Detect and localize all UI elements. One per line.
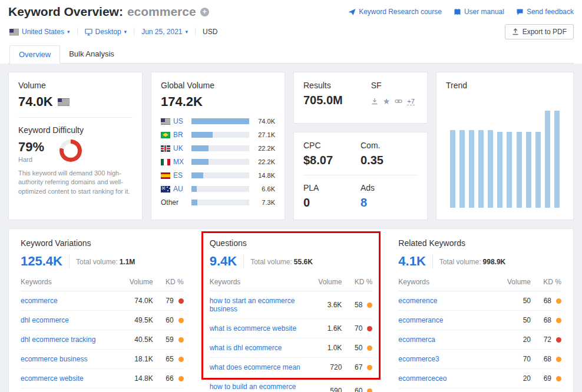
total-volume-label: Total volume: — [76, 258, 118, 266]
table-count-link[interactable]: 9.4K — [210, 254, 237, 269]
feedback-icon — [516, 8, 524, 16]
table-row: ecommerance5068 — [398, 311, 561, 330]
country-volume-bar — [191, 132, 249, 138]
keyword-link[interactable]: how to build an ecommerce website — [210, 383, 312, 392]
global-volume-row: MX22.2K — [161, 158, 275, 166]
country-link[interactable]: ES — [161, 171, 188, 180]
keyword-link[interactable]: ecommerca — [398, 335, 500, 344]
row-volume-value: 50 — [500, 316, 531, 324]
tab-bulk-analysis[interactable]: Bulk Analysis — [60, 45, 123, 63]
column-kd: KD % — [531, 278, 561, 286]
country-link[interactable]: US — [161, 117, 188, 125]
keyword-link[interactable]: dhl ecommerce tracking — [21, 335, 123, 344]
keyword-link[interactable]: how to start an ecommerce business — [210, 297, 312, 313]
kd-value: 50 — [355, 344, 362, 352]
keyword-link[interactable]: what is ecommerce website — [210, 324, 312, 333]
column-kd: KD % — [153, 278, 184, 286]
country-selector[interactable]: United States ▾ — [8, 28, 77, 36]
results-label: Results — [303, 81, 343, 90]
country-link[interactable]: UK — [161, 144, 188, 152]
keyword-link[interactable]: what is dhl ecommerce — [210, 344, 312, 352]
keyword-link[interactable]: ecommerance — [398, 316, 500, 324]
row-kd-cell: 60 — [153, 316, 184, 324]
keyword-link[interactable]: ecommerce — [21, 297, 123, 305]
row-volume-value: 18.1K — [123, 355, 153, 363]
trend-bar — [459, 130, 465, 208]
keyword-link[interactable]: ecomerence — [398, 297, 500, 305]
column-keywords: Keywords — [210, 278, 312, 286]
row-kd-cell: 70 — [342, 324, 372, 333]
country-volume-bar — [191, 200, 249, 205]
row-kd-cell: 72 — [531, 335, 561, 344]
ads-label: Ads — [361, 183, 418, 192]
table-row: ecommerca2072 — [398, 330, 561, 350]
competition-label: Com. — [361, 141, 418, 150]
send-feedback-link[interactable]: Send feedback — [516, 8, 574, 16]
kd-dot-icon — [178, 357, 184, 362]
table-questions: Questions9.4KTotal volume:55.6KKeywordsV… — [210, 238, 373, 392]
keyword-research-course-link[interactable]: Keyword Research course — [348, 8, 442, 16]
row-kd-cell: 79 — [153, 297, 184, 305]
row-kd-cell: 50 — [342, 344, 372, 352]
trend-bar — [554, 111, 560, 208]
country-link[interactable]: BR — [161, 131, 188, 139]
serp-features-more-link[interactable]: +7 — [407, 98, 415, 105]
ads-value-link[interactable]: 8 — [361, 196, 418, 210]
filter-bar: United States ▾ Desktop ▾ Jun 25, 2021 ▾… — [8, 28, 224, 36]
kd-description: This keyword will demand 300 high-author… — [18, 169, 133, 196]
user-manual-link[interactable]: User manual — [454, 8, 504, 16]
keyword-link[interactable]: ecommerce website — [21, 374, 123, 383]
row-kd-cell: 60 — [342, 387, 372, 392]
keyword-tables-card: Keyword Variations125.4KTotal volume:1.1… — [8, 228, 574, 392]
trend-bar — [469, 130, 474, 208]
table-count-link[interactable]: 125.4K — [21, 254, 62, 269]
export-to-pdf-button[interactable]: Export to PDF — [505, 24, 574, 39]
volume-label: Volume — [18, 81, 133, 90]
kd-value: 60 — [355, 387, 362, 392]
keyword-text: ecommerce — [127, 5, 196, 19]
row-volume-value: 40.5K — [123, 335, 153, 344]
flag-au-icon — [161, 186, 170, 192]
kd-dot-icon — [367, 346, 372, 351]
table-count-link[interactable]: 4.1K — [398, 254, 425, 269]
serp-features-label: SF — [371, 81, 415, 90]
total-volume-label: Total volume: — [439, 258, 481, 266]
kd-value: 59 — [166, 335, 173, 344]
date-selector[interactable]: Jun 25, 2021 ▾ — [134, 28, 195, 36]
global-volume-row: US74.0K — [161, 117, 275, 125]
kd-dot-icon — [367, 303, 372, 308]
device-selector[interactable]: Desktop ▾ — [77, 28, 134, 36]
table-row: ecommerce37068 — [398, 350, 561, 369]
global-volume-list: US74.0KBR27.1KUK22.2KMX22.2KES14.8KAU6.6… — [161, 117, 275, 207]
trend-bar — [526, 132, 531, 208]
tab-overview[interactable]: Overview — [9, 45, 60, 64]
column-volume: Volume — [500, 278, 531, 286]
global-volume-row: Other7.3K — [161, 198, 275, 207]
keyword-link[interactable]: ecommerce3 — [398, 355, 500, 363]
kd-dot-icon — [556, 298, 561, 304]
table-row: ecommerce74.0K79 — [21, 291, 184, 311]
country-volume-value: 74.0K — [253, 118, 275, 125]
row-volume-value: 1.0K — [311, 344, 342, 352]
kd-level-label: Hard — [18, 156, 44, 163]
keyword-link[interactable]: ecommerce business — [21, 355, 123, 363]
flag-us-icon — [161, 118, 170, 125]
table-header-row: KeywordsVolumeKD % — [398, 278, 561, 291]
country-link[interactable]: MX — [161, 158, 188, 166]
country-volume-bar — [191, 159, 249, 165]
chevron-down-icon: ▾ — [186, 29, 189, 35]
kd-dot-icon — [178, 318, 184, 323]
row-kd-cell: 69 — [531, 374, 561, 383]
add-keyword-icon[interactable]: + — [200, 8, 209, 16]
keyword-link[interactable]: what does ecommerce mean — [210, 363, 312, 371]
export-icon — [512, 28, 519, 35]
country-link[interactable]: AU — [161, 185, 188, 193]
table-row: what does ecommerce mean72067 — [210, 358, 373, 377]
volume-value: 74.0K — [18, 94, 53, 109]
table-keyword-variations: Keyword Variations125.4KTotal volume:1.1… — [21, 238, 184, 392]
keyword-link[interactable]: ecommerceceo — [398, 374, 500, 383]
row-volume-value: 590 — [311, 387, 342, 392]
keyword-link[interactable]: dhl ecommerce — [21, 316, 123, 324]
table-row: ecommerce business18.1K65 — [21, 350, 184, 369]
row-volume-value: 49.5K — [123, 316, 153, 324]
